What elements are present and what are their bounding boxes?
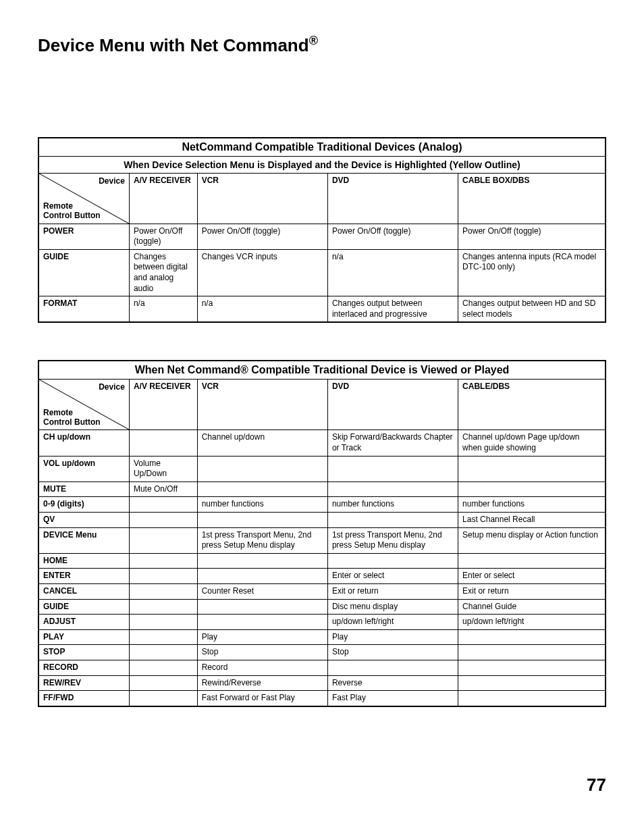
- table-cell: [458, 660, 606, 675]
- table-cell: Power On/Off (toggle): [458, 224, 606, 249]
- diag-top-label: Device: [99, 176, 125, 187]
- col-header: VCR: [197, 380, 327, 430]
- table-cell: Changes VCR inputs: [197, 249, 327, 296]
- table-cell: Stop: [327, 645, 458, 660]
- table-cell: [129, 527, 197, 553]
- table-cell: Changes output between interlaced and pr…: [327, 296, 458, 323]
- table-cell: Play: [327, 629, 458, 645]
- table-cell: up/down left/right: [327, 615, 458, 630]
- row-label: ADJUST: [38, 615, 129, 630]
- table-cell: Power On/Off (toggle): [197, 224, 327, 249]
- table-row: QVLast Channel Recall: [38, 512, 606, 527]
- table-row: HOME: [38, 553, 606, 569]
- table-cell: [458, 691, 606, 706]
- table-cell: [327, 481, 458, 497]
- table-cell: Disc menu display: [327, 599, 458, 615]
- table-row: ADJUSTup/down left/rightup/down left/rig…: [38, 615, 606, 630]
- table-2: When Net Command® Compatible Traditional…: [38, 360, 606, 706]
- table-cell: [458, 675, 606, 691]
- table-cell: Reverse: [327, 675, 458, 691]
- table-cell: Power On/Off (toggle): [129, 224, 197, 249]
- table-cell: Fast Forward or Fast Play: [197, 691, 327, 706]
- page-title: Device Menu with Net Command®: [38, 34, 606, 56]
- table-2-title: When Net Command® Compatible Traditional…: [38, 361, 606, 380]
- table-cell: 1st press Transport Menu, 2nd press Setu…: [327, 527, 458, 553]
- diag-top-label: Device: [99, 382, 125, 393]
- diag-bot-label: Remote Control Button: [43, 201, 101, 221]
- table-row: GUIDEChanges between digital and analog …: [38, 249, 606, 296]
- table-cell: [197, 569, 327, 584]
- table-cell: [129, 629, 197, 645]
- table-cell: [327, 456, 458, 481]
- table-cell: Setup menu display or Action function: [458, 527, 606, 553]
- row-label: PLAY: [38, 629, 129, 645]
- row-label: REW/REV: [38, 675, 129, 691]
- table-cell: 1st press Transport Menu, 2nd press Setu…: [197, 527, 327, 553]
- table-row: REW/REVRewind/ReverseReverse: [38, 675, 606, 691]
- table-cell: n/a: [129, 296, 197, 323]
- table-cell: Enter or select: [327, 569, 458, 584]
- col-header: DVD: [327, 173, 458, 224]
- table-cell: Channel up/down Page up/down when guide …: [458, 430, 606, 456]
- table-cell: up/down left/right: [458, 615, 606, 630]
- col-header: CABLE/DBS: [458, 380, 606, 430]
- table-row: FF/FWDFast Forward or Fast PlayFast Play: [38, 691, 606, 706]
- table-cell: [458, 645, 606, 660]
- table-cell: [129, 497, 197, 513]
- table-cell: n/a: [197, 296, 327, 323]
- table-cell: Changes between digital and analog audio: [129, 249, 197, 296]
- table-1-subtitle-row: When Device Selection Menu is Displayed …: [38, 156, 606, 173]
- row-label: CANCEL: [38, 583, 129, 599]
- table-2-diag-cell: Device Remote Control Button: [38, 380, 129, 430]
- table-row: GUIDEDisc menu displayChannel Guide: [38, 599, 606, 615]
- col-header: VCR: [197, 173, 327, 224]
- table-cell: [458, 553, 606, 569]
- table-cell: Channel up/down: [197, 430, 327, 456]
- row-label: POWER: [38, 224, 129, 249]
- table-cell: Exit or return: [327, 583, 458, 599]
- row-label: ENTER: [38, 569, 129, 584]
- table-2-header-row: Device Remote Control Button A/V RECEIVE…: [38, 380, 606, 430]
- table-cell: number functions: [197, 497, 327, 513]
- table-cell: [129, 645, 197, 660]
- row-label: DEVICE Menu: [38, 527, 129, 553]
- table-cell: Record: [197, 660, 327, 675]
- col-header: A/V RECEIVER: [129, 173, 197, 224]
- table-cell: [129, 660, 197, 675]
- table-row: 0-9 (digits)number functionsnumber funct…: [38, 497, 606, 513]
- table-cell: [197, 615, 327, 630]
- table-cell: Fast Play: [327, 691, 458, 706]
- table-cell: [197, 512, 327, 527]
- row-label: GUIDE: [38, 599, 129, 615]
- table-cell: [129, 691, 197, 706]
- table-cell: Channel Guide: [458, 599, 606, 615]
- page-title-sup: ®: [309, 34, 318, 47]
- table-1-diag-cell: Device Remote Control Button: [38, 173, 129, 224]
- table-row: RECORDRecord: [38, 660, 606, 675]
- table-cell: [129, 599, 197, 615]
- table-cell: Last Channel Recall: [458, 512, 606, 527]
- table-cell: Changes output between HD and SD select …: [458, 296, 606, 323]
- table-cell: [458, 456, 606, 481]
- table-cell: [197, 481, 327, 497]
- table-cell: [197, 553, 327, 569]
- table-cell: Skip Forward/Backwards Chapter or Track: [327, 430, 458, 456]
- table-row: ENTEREnter or selectEnter or select: [38, 569, 606, 584]
- page-title-text: Device Menu with Net Command: [38, 35, 309, 55]
- table-1-subtitle: When Device Selection Menu is Displayed …: [38, 156, 606, 173]
- row-label: GUIDE: [38, 249, 129, 296]
- table-row: MUTEMute On/Off: [38, 481, 606, 497]
- table-cell: Changes antenna inputs (RCA model DTC-10…: [458, 249, 606, 296]
- col-header: A/V RECEIVER: [129, 380, 197, 430]
- table-1-header-row: Device Remote Control Button A/V RECEIVE…: [38, 173, 606, 224]
- table-cell: Counter Reset: [197, 583, 327, 599]
- table-cell: [129, 675, 197, 691]
- table-cell: [458, 481, 606, 497]
- table-1: NetCommand Compatible Traditional Device…: [38, 137, 606, 323]
- table-cell: [129, 553, 197, 569]
- table-1-title: NetCommand Compatible Traditional Device…: [38, 138, 606, 157]
- table-cell: Volume Up/Down: [129, 456, 197, 481]
- row-label: QV: [38, 512, 129, 527]
- table-row: VOL up/downVolume Up/Down: [38, 456, 606, 481]
- table-cell: [458, 629, 606, 645]
